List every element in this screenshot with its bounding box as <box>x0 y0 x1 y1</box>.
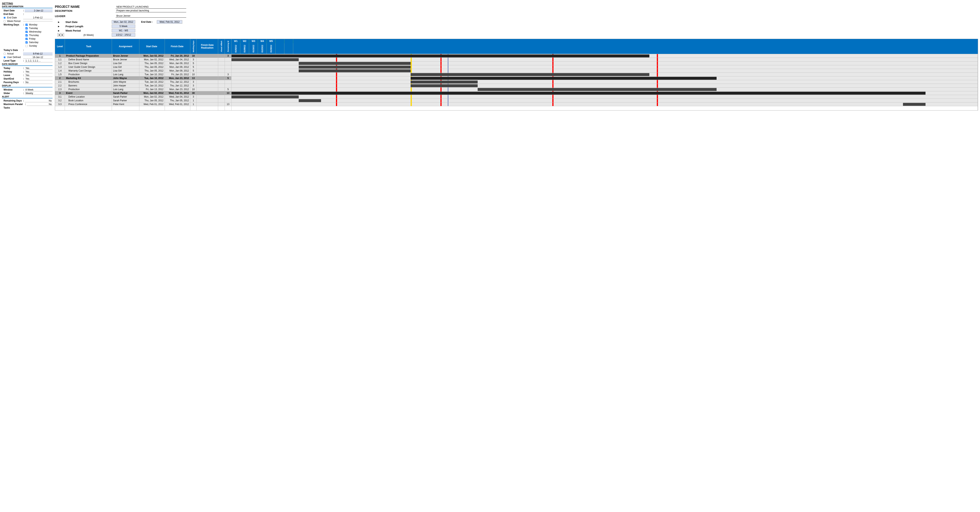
slider-left-icon[interactable]: ◀ <box>57 33 61 37</box>
gantt-bar-cell <box>231 58 978 61</box>
user-defined-radio[interactable] <box>3 56 6 59</box>
gantt-bar-cell <box>231 80 978 84</box>
cell-realization[interactable] <box>197 87 218 91</box>
cell-remaining: 5 <box>225 76 231 80</box>
task-row[interactable]: 2.2 Banners John Harper Tue, Jan 10, 201… <box>55 84 978 87</box>
cell-realization[interactable] <box>197 69 218 73</box>
task-row[interactable]: 3.2 Book Location Sarah Parker Thu, Jan … <box>55 99 978 102</box>
task-row[interactable]: 1.4 Warranty Card Design Lisa Girl Thu, … <box>55 69 978 73</box>
cell-remaining <box>225 99 231 102</box>
cell-task: Define Brand Name <box>65 58 112 61</box>
cell-working-days: 3 <box>190 84 197 87</box>
cell-realization[interactable] <box>197 91 218 95</box>
cell-realization[interactable] <box>197 73 218 76</box>
cell-realization[interactable] <box>197 58 218 61</box>
cell-level: 1.5 <box>55 73 65 76</box>
marker-holiday-value[interactable]: Yes <box>25 70 52 73</box>
task-row[interactable]: 1.2 Box Cover Design Lisa Girl Thu, Jan … <box>55 61 978 65</box>
cell-realization[interactable] <box>197 102 218 106</box>
task-row[interactable]: 2.3 Production Lois Lang Fri, Jan 13, 20… <box>55 87 978 91</box>
start-date-value[interactable]: 2-Jan-12 <box>25 9 52 12</box>
task-row[interactable]: 2 Marketing Kit John Wayne Tue, Jan 10, … <box>55 76 978 80</box>
cell-realization[interactable] <box>197 84 218 87</box>
marker-startend-value[interactable]: Yes <box>25 77 52 80</box>
task-row[interactable]: 3.3 Press Conference Peter Kent Wed, Feb… <box>55 102 978 106</box>
day-wednesday-checkbox[interactable] <box>25 30 28 33</box>
remaining-value[interactable]: No <box>25 99 52 102</box>
cell-working-days: 3 <box>190 58 197 61</box>
cell-ahead-behind <box>218 102 225 106</box>
day-monday-label: Monday <box>28 23 37 26</box>
level-type-value[interactable]: 1; 1.1; 1.1.1; .. <box>25 59 52 62</box>
day-tuesday-checkbox[interactable] <box>25 27 28 29</box>
expand-icon[interactable]: ▶ <box>55 30 63 32</box>
task-row[interactable]: 1.3 User Guide Cover Design Lisa Girl Th… <box>55 65 978 69</box>
window-value[interactable]: 8 Week <box>25 88 52 91</box>
cell-realization[interactable] <box>197 95 218 99</box>
day-saturday-checkbox[interactable] <box>25 41 28 43</box>
day-sunday-label: Sunday <box>28 45 37 47</box>
alert-header: ALERT <box>2 95 52 99</box>
cell-realization[interactable] <box>197 54 218 57</box>
actual-radio[interactable] <box>3 52 6 55</box>
cell-realization[interactable] <box>197 65 218 69</box>
start-date-label: Start Date <box>2 9 23 12</box>
day-thursday-checkbox[interactable] <box>25 34 28 37</box>
cell-remaining <box>225 95 231 99</box>
cell-assignment: Sarah Parker <box>112 99 139 102</box>
cell-working-days: 10 <box>190 73 197 76</box>
cell-level: 2.1 <box>55 80 65 84</box>
user-defined-value[interactable]: 18-Jan-12 <box>23 56 52 59</box>
day-friday-checkbox[interactable] <box>25 38 28 40</box>
week-period-radio[interactable] <box>3 20 6 22</box>
col-finish-date: Finish Date <box>165 39 190 54</box>
actual-value[interactable]: 6-Feb-12 <box>23 52 52 55</box>
cell-remaining: 3 <box>225 54 231 57</box>
cell-realization[interactable] <box>197 62 218 65</box>
cell-task: Marketing Kit <box>65 76 112 80</box>
task-row[interactable]: 3 Event Sarah Parker Mon, Jan 02, 2012 W… <box>55 91 978 95</box>
gantt-table: Level Task Assignment Start Date Finish … <box>55 39 978 111</box>
project-name-value[interactable]: NEW PRODUCT LAUNCHING <box>116 5 186 9</box>
cell-level: 2.2 <box>55 84 65 87</box>
end-date-value[interactable]: 1-Feb-12 <box>23 16 52 19</box>
expand-icon[interactable]: ▶ <box>55 25 63 27</box>
date-header: 01/02/12 <box>231 43 240 54</box>
cell-task: Product Package Preparation <box>65 54 112 57</box>
cell-ahead-behind <box>218 87 225 91</box>
gantt-bar-cell <box>231 99 978 102</box>
expand-icon[interactable]: ▶ <box>55 21 63 23</box>
marker-leave-value[interactable]: Yes <box>25 74 52 77</box>
end-date-radio[interactable] <box>3 16 6 19</box>
cell-start: Tue, Jan 10, 2012 <box>139 84 165 87</box>
cell-finish: Wed, Jan 04, 2012 <box>165 58 190 61</box>
description-value[interactable]: Prepare new product launching <box>116 9 186 12</box>
cell-task: Banners <box>65 84 112 87</box>
cell-finish: Thu, Jan 12, 2012 <box>165 80 190 84</box>
meta-end-label: End Date : <box>135 21 157 23</box>
meta-start-label: Start Date <box>63 21 112 24</box>
task-row[interactable]: 1.5 Production Lois Lang Tue, Jan 10, 20… <box>55 73 978 76</box>
task-row[interactable]: 3.1 Define Location Sarah Parker Mon, Ja… <box>55 95 978 99</box>
end-date-radio-label: End Date <box>5 16 23 19</box>
day-monday-checkbox[interactable] <box>25 24 28 26</box>
cell-realization[interactable] <box>197 99 218 102</box>
display-header: DISPLAY <box>2 84 52 87</box>
cell-start: Mon, Jan 02, 2012 <box>139 95 165 99</box>
task-row[interactable]: 1 Product Package Preparation Bruce Jenn… <box>55 54 978 57</box>
cell-realization[interactable] <box>197 76 218 80</box>
cell-task: Brochures <box>65 80 112 84</box>
window-label: Window <box>2 88 23 91</box>
cell-level: 1.2 <box>55 62 65 65</box>
slider-value[interactable]: Weekly <box>25 92 52 95</box>
max-paralel-value[interactable]: No <box>27 103 52 106</box>
date-header: 01/23/12 <box>258 43 267 54</box>
marker-passing-value[interactable]: No <box>25 81 52 84</box>
marker-today-value[interactable]: Yes <box>25 67 52 70</box>
cell-realization[interactable] <box>197 80 218 84</box>
cell-finish: Thu, Jan 12, 2012 <box>165 84 190 87</box>
task-row[interactable]: 1.1 Define Brand Name Bruce Jenner Mon, … <box>55 57 978 61</box>
task-row[interactable]: 2.1 Brochures John Wayne Tue, Jan 10, 20… <box>55 80 978 84</box>
leader-value[interactable]: Bruce Jenner <box>116 14 186 17</box>
day-sunday-checkbox[interactable] <box>25 45 28 47</box>
